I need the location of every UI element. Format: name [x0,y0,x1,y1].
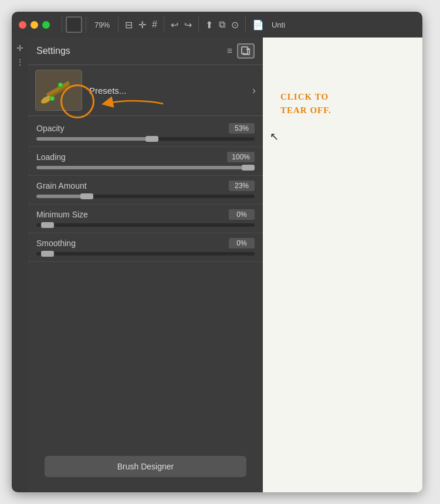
brush-preview-svg [36,70,82,111]
toolbar-separator-5 [198,16,199,33]
opacity-slider-row: Opacity 53% [28,118,263,147]
sliders-icon[interactable]: ⊟ [125,19,133,30]
grid-icon[interactable]: # [152,19,157,30]
smoothing-slider-row: Smoothing 0% [28,233,263,262]
opacity-track[interactable] [36,137,255,141]
annotation-arrow-svg [99,95,169,113]
traffic-lights [19,21,50,29]
loading-fill [36,166,255,169]
opacity-fill [36,137,152,141]
annotation-area: CLICK TO TEAR OFF. [280,90,331,117]
main-window: 79% ⊟ ✛ # ↩ ↪ ⬆ ⧉ ⊙ 📄 Unti ✛ ⋮ Settings … [12,12,422,492]
opacity-thumb[interactable] [145,136,158,142]
maximize-button[interactable] [42,21,50,29]
tool-extra-icon[interactable]: ⋮ [16,57,24,67]
minimum-size-thumb[interactable] [41,222,54,228]
loading-track[interactable] [36,166,255,169]
loading-thumb[interactable] [242,165,255,171]
brush-thumbnail [35,70,82,111]
smoothing-label: Smoothing [36,239,76,248]
document-title: Unti [272,21,285,29]
presets-arrow: › [252,84,256,97]
tear-off-button[interactable] [237,43,255,59]
minimum-size-track[interactable] [36,223,255,227]
move-icon[interactable]: ✛ [138,19,146,30]
export-icon[interactable]: ⬆ [205,19,213,30]
grain-amount-track[interactable] [36,195,255,198]
grain-amount-value: 23% [229,181,255,191]
annotation-text-line1: CLICK TO [280,90,331,104]
zoom-level: 79% [94,21,110,29]
color-swatch[interactable] [66,16,82,33]
toolbar-separator-3 [118,16,119,33]
list-icon[interactable]: ≡ [227,46,232,56]
settings-icon[interactable]: ⊙ [231,19,239,30]
smoothing-track[interactable] [36,252,255,256]
loading-value: 100% [227,152,255,162]
svg-point-6 [50,96,55,101]
loading-label: Loading [36,152,66,162]
opacity-label: Opacity [36,124,64,133]
toolbar-separator-1 [62,16,62,33]
canvas-area[interactable]: CLICK TO TEAR OFF. ↖ [263,38,422,492]
grain-amount-thumb[interactable] [80,193,93,199]
minimize-button[interactable] [31,21,38,29]
sliders-section: Opacity 53% Loading 100% [28,116,263,443]
tear-off-icon [241,46,251,56]
brush-designer-button[interactable]: Brush Designer [45,456,246,477]
titlebar: 79% ⊟ ✛ # ↩ ↪ ⬆ ⧉ ⊙ 📄 Unti [12,12,422,38]
brush-designer-container: Brush Designer [28,443,263,492]
opacity-value: 53% [229,123,255,134]
main-content: ✛ ⋮ Settings ≡ [12,38,422,492]
minimum-size-label: Minimum Size [36,210,88,219]
loading-slider-row: Loading 100% [28,147,263,176]
settings-header: Settings ≡ [28,38,263,65]
settings-title: Settings [36,46,70,56]
toolbar-separator-6 [245,16,246,33]
layers-icon[interactable]: ⧉ [219,19,225,30]
grain-amount-slider-row: Grain Amount 23% [28,176,263,205]
toolbar-separator-2 [86,16,86,33]
smoothing-thumb[interactable] [41,251,54,257]
minimum-size-slider-row: Minimum Size 0% [28,205,263,233]
close-button[interactable] [19,21,26,29]
tool-move-icon[interactable]: ✛ [16,43,23,53]
toolbar-separator-4 [164,16,164,33]
cursor-icon: ↖ [270,130,279,143]
minimum-size-value: 0% [229,209,255,220]
doc-icon[interactable]: 📄 [252,19,264,30]
smoothing-value: 0% [229,238,255,248]
grain-amount-label: Grain Amount [36,181,87,190]
presets-label: Presets... [89,86,126,96]
settings-header-icons: ≡ [227,43,255,59]
tool-strip: ✛ ⋮ [12,38,28,492]
grain-amount-fill [36,195,87,198]
undo-icon[interactable]: ↩ [171,19,178,30]
svg-rect-0 [242,47,248,54]
redo-icon[interactable]: ↪ [184,19,192,30]
svg-point-5 [58,83,63,87]
annotation-text-line2: TEAR OFF. [280,104,331,117]
